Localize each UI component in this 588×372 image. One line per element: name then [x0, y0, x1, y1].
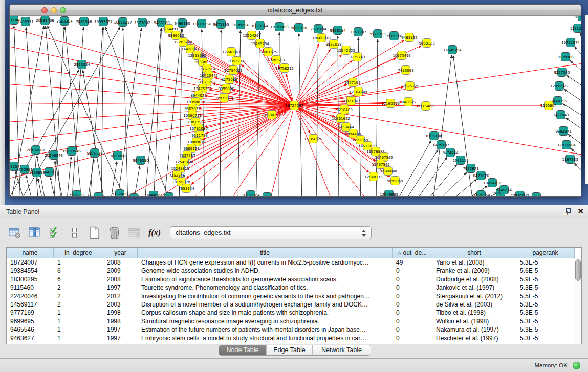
network-edge	[434, 172, 467, 196]
network-node-label: 9660123	[419, 41, 434, 46]
network-window-titlebar[interactable]: citations_edges.txt	[10, 5, 581, 16]
network-node-label: 9092344	[259, 195, 275, 197]
column-header-year[interactable]: year	[103, 248, 138, 258]
network-node-label: 3216403	[336, 108, 352, 112]
background-network-window[interactable]	[585, 15, 588, 184]
table-row[interactable]: 911546021997Tourette syndrome. Phenomeno…	[7, 283, 581, 292]
table-row[interactable]: 1938455462009Genome-wide association stu…	[7, 267, 581, 275]
table-row[interactable]: 1830029562008Estimation of significance …	[7, 275, 581, 283]
network-node-label: 7252346	[169, 173, 185, 178]
network-node-label: 10719154	[192, 22, 211, 26]
network-node-label: 10196378	[172, 180, 190, 184]
scrollbar-thumb[interactable]	[575, 259, 581, 281]
float-panel-icon[interactable]	[563, 208, 571, 215]
status-bar: Memory: OK	[0, 358, 588, 372]
tab-node-table[interactable]: Node Table	[219, 345, 267, 355]
table-cell: 18724007	[7, 258, 54, 267]
table-row[interactable]: 1872400712008Changes of HCN gene express…	[7, 258, 581, 267]
function-builder-button[interactable]: f(x)	[148, 226, 161, 239]
table-cell: 9777169	[7, 309, 54, 317]
network-node-label: 12160399	[381, 102, 400, 106]
network-node-label: 12848115	[364, 175, 383, 179]
table-toolbar: f(x) citations_edges.txt	[8, 225, 372, 241]
table-panel-header: Table Panel ✕	[0, 205, 588, 218]
table-source-selector[interactable]: citations_edges.txt	[170, 226, 372, 239]
network-node-label: 15542723	[337, 49, 355, 53]
network-node-label: 16237364	[242, 193, 260, 197]
network-node-label: 8533093	[194, 60, 210, 64]
network-node-label: 7837287	[179, 154, 195, 158]
table-cell: 1998	[103, 309, 138, 317]
network-node-label: 9095069	[387, 179, 403, 183]
table-vertical-scrollbar[interactable]	[574, 258, 581, 344]
network-node-label: 7981750	[187, 120, 203, 124]
trash-icon	[108, 226, 121, 239]
network-node-label: 9463822	[401, 36, 417, 40]
table-body: 1872400712008Changes of HCN gene express…	[7, 258, 581, 342]
network-node-label: 10946048	[379, 169, 397, 173]
network-node-label: 18398820	[186, 100, 205, 104]
column-header-name[interactable]: name	[7, 248, 54, 258]
network-node-label: 9310515	[90, 195, 106, 197]
application-window: citations_edges.txt 88114061405571206914…	[0, 0, 588, 372]
table-cell: 5.9E-5	[516, 275, 575, 283]
network-node-label: 8944027	[190, 94, 206, 98]
network-edge	[65, 27, 82, 196]
network-node-label: 10973493	[393, 54, 411, 58]
column-header-in_degree[interactable]: in_degree	[54, 248, 103, 258]
table-cell: 2008	[103, 275, 138, 283]
table-cell: Tourette syndrome. Phenomenology and cla…	[138, 283, 393, 292]
table-cell: Structural magnetic resonance image aver…	[138, 317, 393, 325]
tab-network-table[interactable]: Network Table	[313, 345, 371, 355]
table-cell: 2	[54, 300, 103, 309]
network-edge	[220, 30, 221, 196]
close-panel-icon[interactable]: ✕	[577, 207, 584, 216]
network-node-label: 7683998	[110, 154, 125, 158]
table-row[interactable]: 2242004622012Investigating the contribut…	[7, 292, 581, 300]
clear-selection-button[interactable]	[68, 226, 81, 239]
left-panel-edge[interactable]	[0, 0, 5, 205]
table-cell: 0	[393, 267, 432, 275]
stacked-squares-icon	[71, 227, 78, 239]
network-node-label: 9129986	[557, 55, 574, 59]
table-row[interactable]: 1456911722003Disruption of a novel membe…	[7, 300, 581, 309]
network-node-label: 9692971	[555, 129, 571, 134]
table-cell: 2012	[103, 292, 138, 300]
column-header-title[interactable]: title	[138, 248, 393, 258]
table-gear-icon	[9, 227, 21, 239]
network-node-label: 9956184	[330, 29, 346, 33]
network-canvas[interactable]: 8811406140557120691406266336420815461055…	[10, 16, 581, 196]
table-row[interactable]: 946554611997Estimation of the future num…	[7, 325, 581, 334]
table-row[interactable]: 969969511998Structural magnetic resonanc…	[7, 317, 581, 325]
network-edge	[580, 33, 581, 49]
column-header-short[interactable]: short	[432, 248, 516, 258]
network-node-label: 5905136	[86, 151, 103, 156]
network-edge	[402, 149, 438, 196]
network-node-label: 10197493	[270, 25, 289, 29]
show-columns-button[interactable]	[28, 226, 41, 239]
select-all-button[interactable]	[48, 226, 61, 239]
network-node-label: 15485254	[251, 42, 269, 46]
table-options-button[interactable]	[8, 226, 21, 239]
network-node-label: 19293546	[62, 149, 81, 154]
network-edge	[394, 141, 431, 196]
column-header-pagerank[interactable]: pagerank	[516, 248, 575, 258]
delete-table-button[interactable]	[128, 226, 141, 239]
delete-column-button[interactable]	[108, 226, 121, 239]
network-node-label: 10821867	[342, 99, 360, 103]
network-edge	[574, 163, 581, 177]
network-node-label: 12204263	[243, 34, 261, 38]
network-node-label: 12240063	[222, 50, 241, 54]
tab-edge-table[interactable]: Edge Table	[267, 345, 313, 355]
network-node-label: 10781080	[189, 127, 208, 131]
table-cell: 1	[54, 309, 103, 317]
network-node-label: 7653144	[178, 187, 194, 191]
network-node-label: 8471676	[473, 174, 489, 178]
network-node-label: 9153444	[338, 125, 354, 129]
table-row[interactable]: 946362711997Embryonic stem cells: a mode…	[7, 334, 581, 342]
column-header-out_de[interactable]: △out_de...	[393, 248, 432, 258]
table-row[interactable]: 977716911998Corpus callosum shape and si…	[7, 309, 581, 317]
network-edge	[117, 28, 141, 196]
network-node-label: 13205211	[267, 58, 286, 62]
new-column-button[interactable]	[88, 226, 101, 239]
